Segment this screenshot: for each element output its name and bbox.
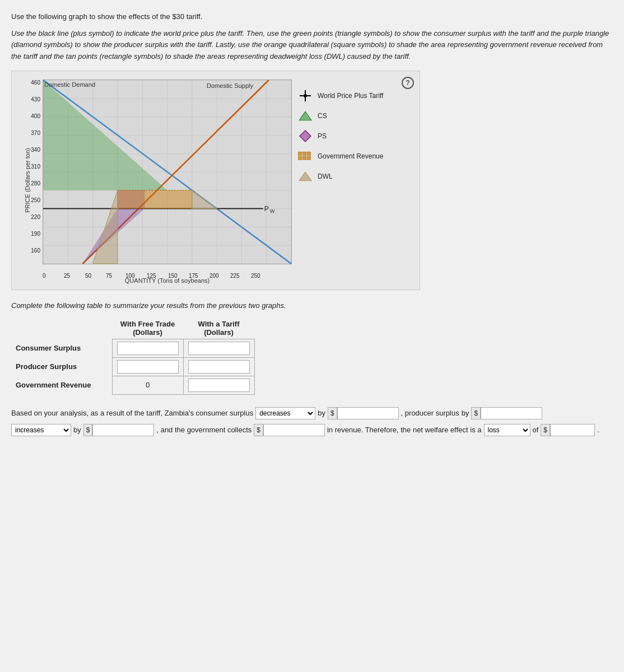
table-instruction: Complete the following table to summariz…	[11, 301, 613, 310]
cell-cs-free-trade[interactable]	[112, 339, 183, 357]
svg-text:W: W	[270, 208, 275, 213]
table-row-producer-surplus: Producer Surplus	[11, 357, 254, 376]
cell-ps-tariff[interactable]	[183, 357, 254, 376]
chart-area: PRICE (Dollars per ton)	[17, 77, 292, 284]
dwl-symbol	[297, 169, 313, 184]
svg-rect-31	[118, 190, 192, 209]
cell-gov-tariff[interactable]	[183, 376, 254, 394]
page-wrapper: Use the following graph to show the effe…	[11, 11, 613, 437]
input-ps-free-trade[interactable]	[117, 360, 179, 374]
legend-item-cs: CS	[297, 108, 398, 124]
svg-marker-38	[300, 130, 311, 142]
legend-item-ps: PS	[297, 128, 398, 144]
legend-area: World Price Plus Tariff CS PS	[297, 77, 398, 284]
x-axis-label: QUANTITY (Tons of soybeans)	[43, 277, 292, 284]
input-gov-amount[interactable]	[263, 424, 325, 436]
cell-cs-tariff[interactable]	[183, 339, 254, 357]
dollar-sign-3: $	[83, 424, 93, 436]
bottom-text2: by	[318, 406, 325, 421]
legend-label-world-price: World Price Plus Tariff	[318, 92, 383, 100]
svg-marker-33	[192, 190, 217, 209]
row-label-ps: Producer Surplus	[11, 357, 112, 376]
bottom-period: .	[597, 423, 599, 437]
instruction-line1: Use the following graph to show the effe…	[11, 11, 613, 22]
ps-symbol	[297, 128, 313, 144]
input-gov-tariff[interactable]	[188, 379, 250, 392]
input-cs-free-trade[interactable]	[117, 342, 179, 355]
table-row-gov-revenue: Government Revenue 0	[11, 376, 254, 394]
svg-point-36	[304, 94, 307, 97]
col2-header: With a Tariff (Dollars)	[183, 318, 254, 339]
svg-text:P: P	[264, 205, 269, 213]
svg-text:Domestic Supply: Domestic Supply	[207, 82, 254, 89]
bottom-section: Based on your analysis, as a result of t…	[11, 406, 613, 437]
world-price-symbol	[297, 88, 313, 104]
input-ps-tariff[interactable]	[188, 360, 250, 374]
cell-gov-free-trade: 0	[112, 376, 183, 394]
bottom-text1: Based on your analysis, as a result of t…	[11, 406, 253, 421]
input-net-welfare-amount[interactable]	[550, 424, 595, 436]
legend-label-cs: CS	[318, 112, 327, 120]
dollar-sign-1: $	[328, 407, 337, 419]
svg-text:Domestic Demand: Domestic Demand	[44, 81, 95, 88]
legend-label-gov-revenue: Government Revenue	[318, 152, 383, 160]
summary-table: With Free Trade (Dollars) With a Tariff …	[11, 318, 255, 395]
dropdown-net-welfare[interactable]: loss gain no change	[484, 424, 530, 436]
cell-ps-free-trade[interactable]	[112, 357, 183, 376]
input-ps-by-amount[interactable]	[92, 424, 154, 436]
legend-item-world-price: World Price Plus Tariff	[297, 88, 398, 104]
legend-label-ps: PS	[318, 132, 327, 140]
input-ps-amount[interactable]	[481, 407, 542, 419]
svg-rect-44	[307, 156, 310, 160]
table-row-consumer-surplus: Consumer Surplus	[11, 339, 254, 357]
row-label-cs: Consumer Surplus	[11, 339, 112, 357]
bottom-text-by2: by	[73, 423, 81, 437]
input-cs-tariff[interactable]	[188, 342, 250, 355]
col1-header: With Free Trade (Dollars)	[112, 318, 183, 339]
svg-marker-45	[299, 172, 311, 181]
dropdown-cs-change[interactable]: decreases increases stays the same	[255, 407, 315, 419]
cs-symbol	[297, 108, 313, 124]
svg-rect-43	[302, 156, 306, 160]
dollar-sign-4: $	[254, 424, 263, 436]
graph-container: ? PRICE (Dollars per ton)	[11, 71, 420, 290]
y-axis-ticks: 460 430 400 370 340 310 280 250 220 190 …	[17, 80, 42, 264]
legend-item-gov-revenue: Government Revenue	[297, 148, 398, 164]
row-label-gov: Government Revenue	[11, 376, 112, 394]
instruction-italic: Use the black line (plus symbol) to indi…	[11, 28, 613, 63]
svg-rect-42	[299, 156, 302, 160]
bottom-text3: , producer surplus	[401, 406, 459, 421]
legend-item-dwl: DWL	[297, 169, 398, 184]
svg-rect-41	[307, 152, 310, 155]
dollar-sign-2: $	[471, 407, 481, 419]
chart-svg: P W Domestic Demand Domestic Supply	[43, 80, 291, 264]
bottom-text6: in revenue. Therefore, the net welfare e…	[327, 423, 482, 437]
svg-marker-37	[299, 111, 311, 120]
legend-label-dwl: DWL	[318, 172, 333, 180]
input-cs-amount[interactable]	[337, 407, 399, 419]
gov-revenue-symbol	[297, 148, 313, 164]
help-icon[interactable]: ?	[402, 77, 414, 89]
svg-rect-40	[302, 152, 306, 155]
bottom-text7: of	[533, 423, 539, 437]
chart-inner: P W Domestic Demand Domestic Supply	[43, 80, 292, 264]
bottom-text5: , and the government collects	[156, 423, 252, 437]
bottom-text4: by	[462, 406, 469, 421]
svg-rect-39	[299, 152, 302, 155]
dropdown-ps-change[interactable]: increases decreases stays the same	[11, 424, 71, 436]
dollar-sign-5: $	[541, 424, 550, 436]
